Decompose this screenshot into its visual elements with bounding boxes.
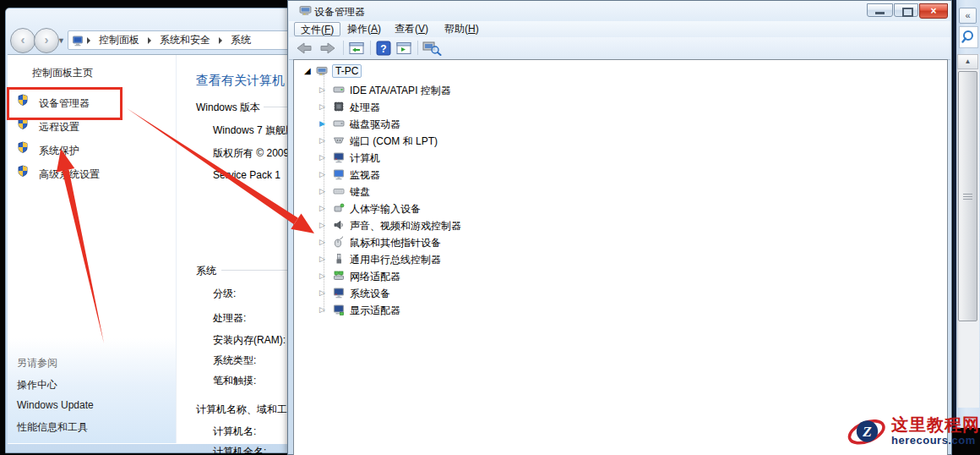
collapsed-arrow-icon[interactable]: ▷ [319, 254, 329, 264]
watermark-logo-icon: Z [847, 408, 888, 455]
help-button[interactable]: ? [375, 41, 392, 56]
sidebar-item-system-protection[interactable]: 系统保护 [39, 144, 79, 158]
collapsed-arrow-icon[interactable]: ▷ [319, 203, 329, 213]
collapsed-arrow-icon[interactable]: ▷ [319, 237, 329, 247]
sidebar-item-control-panel-home[interactable]: 控制面板主页 [32, 66, 93, 80]
collapsed-arrow-icon[interactable]: ▷ [319, 135, 329, 145]
tree-item-label[interactable]: 通用串行总线控制器 [350, 253, 441, 267]
rating-label: 分级: [213, 287, 236, 301]
windows-version-header: Windows 版本 [196, 101, 260, 115]
sidebar-item-action-center[interactable]: 操作中心 [17, 378, 57, 392]
tree-item-label[interactable]: 监视器 [350, 168, 380, 183]
keyboard-icon [333, 185, 345, 197]
ports-icon [333, 134, 345, 146]
collapse-chevron-button[interactable]: « [959, 8, 977, 24]
pen-touch-label: 笔和触摸: [213, 374, 256, 388]
computer-name-label: 计算机名: [213, 425, 256, 439]
back-toolbar-button[interactable] [296, 41, 313, 56]
menu-help[interactable]: 帮助(H) [438, 22, 485, 36]
tree-item-label[interactable]: 键盘 [350, 185, 370, 200]
collapsed-arrow-icon[interactable]: ▷ [319, 169, 329, 179]
collapsed-arrow-icon[interactable]: ▷ [319, 101, 329, 112]
usb-icon [333, 253, 345, 265]
breadcrumb-item-system[interactable]: 系统 [226, 33, 256, 47]
toolbar-separator [370, 41, 371, 55]
menu-file[interactable]: 文件(F) [294, 22, 340, 36]
copyright-text: 版权所有 © 2009 [213, 146, 289, 161]
tree-item-label[interactable]: 显示适配器 [350, 304, 400, 318]
system-section-header: 系统 [196, 264, 216, 278]
show-console-tree-button[interactable] [348, 41, 365, 56]
tree-item-label[interactable]: 声音、视频和游戏控制器 [350, 219, 461, 233]
collapsed-arrow-icon[interactable]: ▷ [319, 220, 329, 230]
minimize-icon [875, 12, 885, 14]
screenshot-stage: ‹ › ▼ 控制面板 系统和安全 系统 控制面板主页 设备管理器 远程设置 系统… [0, 0, 980, 455]
tree-item-label[interactable]: IDE ATA/ATAPI 控制器 [350, 84, 451, 98]
scan-for-hardware-changes-button[interactable] [422, 41, 443, 56]
uac-shield-icon [17, 165, 29, 177]
system-devices-icon [333, 287, 345, 299]
minimize-button[interactable] [867, 3, 893, 17]
collapsed-arrow-icon[interactable]: ▷ [319, 186, 329, 196]
menu-view[interactable]: 查看(V) [389, 22, 434, 36]
collapsed-arrow-icon[interactable]: ▷ [319, 85, 329, 95]
tree-item-label[interactable]: 人体学输入设备 [350, 202, 421, 217]
collapsed-arrow-icon[interactable]: ▷ [319, 288, 329, 298]
computer-root-icon [316, 65, 328, 77]
menu-action[interactable]: 操作(A) [341, 22, 387, 36]
tree-item-label[interactable]: 鼠标和其他指针设备 [350, 236, 441, 250]
forward-toolbar-button[interactable] [319, 41, 336, 56]
breadcrumb-item-system-security[interactable]: 系统和安全 [155, 33, 215, 47]
window-title: 设备管理器 [314, 5, 365, 19]
breadcrumb[interactable]: 控制面板 系统和安全 系统 [68, 30, 289, 50]
sidebar-item-remote-settings[interactable]: 远程设置 [39, 120, 79, 134]
toolbar-separator [417, 41, 418, 55]
tree-item-label[interactable]: 计算机 [350, 151, 380, 166]
hovered-arrow-icon[interactable]: ▶ [319, 118, 329, 129]
collapsed-arrow-icon[interactable]: ▷ [319, 271, 329, 281]
full-computer-name-label: 计算机全名: [213, 445, 266, 455]
watermark-site-name: 这里教程网 [891, 415, 980, 434]
collapsed-arrow-icon[interactable]: ▷ [319, 304, 329, 315]
expanded-arrow-icon[interactable]: ◢ [304, 66, 314, 76]
sidebar-item-windows-update[interactable]: Windows Update [17, 399, 94, 411]
tree-root-label[interactable]: T-PC [332, 64, 362, 78]
scrollbar-up-button[interactable]: ▲ [957, 54, 978, 69]
tree-item-label[interactable]: 网络适配器 [350, 270, 400, 284]
tree-item-label[interactable]: 系统设备 [350, 287, 390, 301]
windows-edition-text: Windows 7 旗舰版 [213, 123, 296, 138]
see-also-heading: 另请参阅 [17, 356, 57, 370]
collapsed-arrow-icon[interactable]: ▷ [319, 152, 329, 162]
hid-icon [333, 202, 345, 214]
device-tree-panel: ◢ T-PC ▷ IDE ATA/ATAPI 控制器 ▷ 处理器 ▶ 磁盘驱动器 [293, 59, 948, 455]
watermark-logo-letter: Z [862, 424, 872, 440]
menu-bar: 文件(F) 操作(A) 查看(V) 帮助(H) [289, 21, 950, 37]
device-manager-window: 设备管理器 × 文件(F) 操作(A) 查看(V) 帮助(H) ? ◢ [287, 0, 952, 455]
breadcrumb-separator-icon [219, 37, 222, 44]
breadcrumb-item-control-panel[interactable]: 控制面板 [94, 33, 144, 47]
tree-item-label[interactable]: 磁盘驱动器 [350, 118, 400, 132]
maximize-button[interactable] [894, 3, 918, 17]
tree-item-label[interactable]: 处理器 [350, 101, 380, 115]
tree-item-label[interactable]: 端口 (COM 和 LPT) [350, 134, 438, 149]
back-button[interactable]: ‹ [10, 28, 35, 53]
page-title: 查看有关计算机 [196, 73, 285, 89]
monitor-icon [333, 168, 345, 180]
sound-icon [333, 219, 345, 231]
forward-button[interactable]: › [34, 28, 59, 53]
system-type-label: 系统类型: [213, 354, 256, 368]
network-adapter-icon [333, 270, 345, 282]
processor-label: 处理器: [213, 311, 246, 326]
sidebar-item-performance-tools[interactable]: 性能信息和工具 [17, 420, 88, 435]
show-action-pane-button[interactable] [395, 41, 412, 56]
svg-text:?: ? [380, 43, 386, 55]
scrollbar-thumb[interactable] [958, 71, 977, 321]
sidebar-divider [176, 55, 177, 443]
recent-pages-chevron-icon[interactable]: ▼ [57, 36, 65, 45]
installed-ram-label: 安装内存(RAM): [213, 333, 286, 348]
search-box-edge[interactable] [959, 26, 978, 48]
display-adapter-icon [333, 304, 345, 315]
watermark: Z 这里教程网 herecours.com [847, 407, 980, 455]
sidebar-item-advanced-system-settings[interactable]: 高级系统设置 [39, 167, 100, 182]
close-button[interactable]: × [919, 3, 948, 19]
